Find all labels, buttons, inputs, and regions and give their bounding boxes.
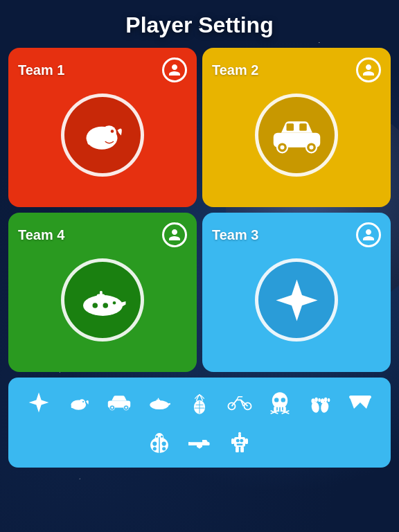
person-icon [362, 228, 375, 242]
team4-icon-circle [61, 258, 144, 342]
underwear-pick-icon [348, 390, 373, 415]
svg-point-47 [311, 398, 314, 403]
team2-icon-circle [255, 94, 338, 177]
team-header-3: Team 3 [212, 222, 381, 247]
ladybug-pick-icon [147, 430, 172, 455]
car-icon [271, 109, 323, 161]
person-icon [168, 63, 181, 77]
svg-point-54 [328, 398, 330, 402]
team1-name: Team 1 [18, 62, 64, 78]
robot-pick-icon [227, 430, 252, 455]
teams-grid: Team 1 Team 2 [0, 48, 399, 372]
svg-rect-68 [240, 447, 244, 452]
car-pick-icon [107, 390, 132, 415]
svg-rect-70 [245, 438, 248, 444]
pick-footprints[interactable] [302, 384, 338, 420]
svg-point-64 [161, 436, 163, 438]
svg-point-16 [112, 301, 116, 305]
svg-rect-27 [157, 400, 160, 405]
pick-car[interactable] [101, 384, 137, 420]
svg-rect-13 [100, 291, 103, 295]
svg-point-20 [82, 401, 84, 402]
motorcycle-pick-icon [227, 390, 252, 415]
whale-icon [77, 109, 129, 161]
pick-underwear[interactable] [342, 384, 378, 420]
svg-point-61 [153, 447, 157, 450]
pick-airplane[interactable] [21, 384, 57, 420]
team-card-2[interactable]: Team 2 [202, 48, 391, 207]
team1-icon-circle [61, 94, 144, 177]
team-card-1[interactable]: Team 1 [8, 48, 197, 207]
whale-pick-icon [66, 390, 91, 415]
svg-point-72 [240, 439, 243, 443]
svg-point-63 [156, 436, 158, 438]
svg-point-1 [102, 125, 116, 140]
pineapple-pick-icon [187, 390, 212, 415]
svg-point-8 [280, 145, 284, 149]
submarine-pick-icon [147, 390, 172, 415]
team-card-4[interactable]: Team 4 [8, 213, 197, 372]
svg-point-23 [111, 407, 113, 409]
gun-pick-icon [187, 430, 212, 455]
svg-rect-69 [231, 438, 234, 444]
svg-point-49 [318, 398, 321, 402]
page-title: Player Setting [0, 0, 399, 48]
person-icon [168, 228, 181, 242]
svg-point-10 [309, 145, 313, 149]
svg-point-71 [236, 439, 240, 443]
svg-point-14 [91, 302, 98, 308]
svg-point-60 [162, 441, 166, 445]
svg-point-37 [274, 398, 278, 402]
svg-point-38 [281, 398, 285, 402]
svg-point-15 [102, 302, 108, 308]
svg-point-53 [324, 398, 328, 402]
team-header-4: Team 4 [18, 222, 187, 247]
footprints-pick-icon [308, 390, 332, 415]
svg-rect-65 [188, 442, 190, 445]
icon-picker [8, 378, 391, 468]
svg-rect-67 [236, 447, 239, 452]
team2-name: Team 2 [212, 62, 258, 78]
submarine-icon [77, 274, 129, 326]
person-icon [362, 63, 375, 77]
pick-whale[interactable] [61, 384, 97, 420]
team3-player-icon [356, 222, 381, 247]
svg-rect-28 [158, 398, 159, 400]
team3-name: Team 3 [212, 227, 258, 243]
airplane-pick-icon [26, 390, 51, 415]
svg-point-48 [314, 398, 318, 402]
skull-pick-icon [267, 390, 292, 415]
svg-rect-55 [349, 396, 371, 399]
svg-point-75 [238, 432, 241, 435]
team2-player-icon [356, 57, 381, 82]
team1-player-icon [162, 57, 187, 82]
svg-point-3 [110, 130, 114, 133]
svg-point-62 [162, 447, 166, 450]
pick-motorcycle[interactable] [222, 384, 258, 420]
pick-submarine[interactable] [141, 384, 177, 420]
svg-point-59 [152, 441, 157, 445]
pick-skull[interactable] [262, 384, 298, 420]
svg-rect-6 [299, 123, 307, 131]
airplane-icon [271, 274, 323, 326]
svg-rect-5 [286, 123, 294, 131]
pick-pineapple[interactable] [181, 384, 218, 420]
pick-robot[interactable] [222, 425, 258, 461]
team4-name: Team 4 [18, 227, 64, 243]
svg-point-18 [79, 399, 85, 405]
svg-rect-73 [237, 444, 243, 445]
team-card-3[interactable]: Team 3 [202, 213, 391, 372]
team-header-2: Team 2 [212, 57, 381, 82]
svg-point-52 [321, 398, 324, 403]
team4-player-icon [162, 222, 187, 247]
team-header-1: Team 1 [18, 57, 187, 82]
team3-icon-circle [255, 258, 338, 342]
svg-point-25 [125, 407, 127, 409]
pick-gun[interactable] [181, 425, 218, 461]
pick-ladybug[interactable] [141, 425, 177, 461]
